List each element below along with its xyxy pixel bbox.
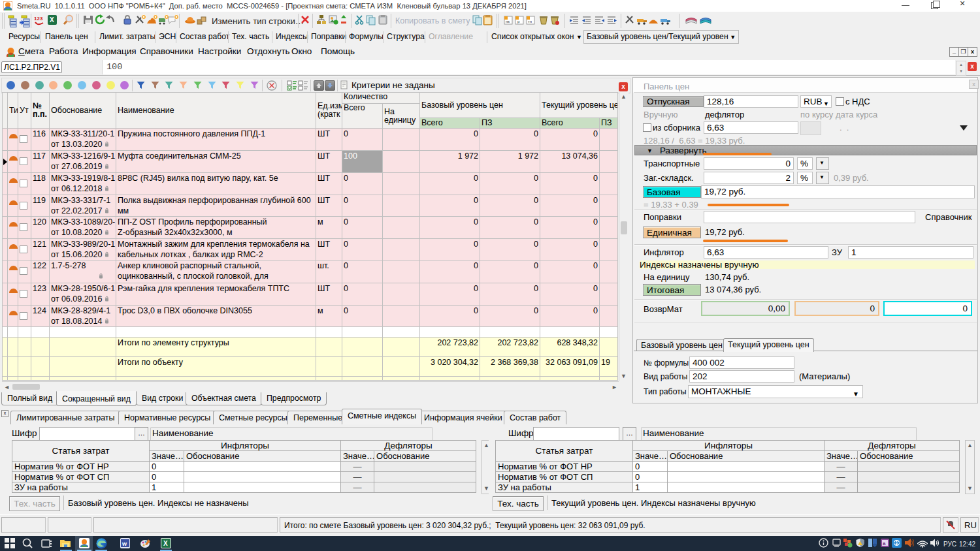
svg-text:a: a: [883, 541, 886, 546]
svg-text:123: 123: [34, 16, 43, 22]
svg-text:X: X: [163, 540, 168, 547]
svg-text:пк: пк: [506, 20, 510, 24]
svg-text:тп: тп: [528, 20, 532, 24]
svg-text:X: X: [50, 16, 54, 24]
svg-text:w: w: [122, 541, 127, 547]
